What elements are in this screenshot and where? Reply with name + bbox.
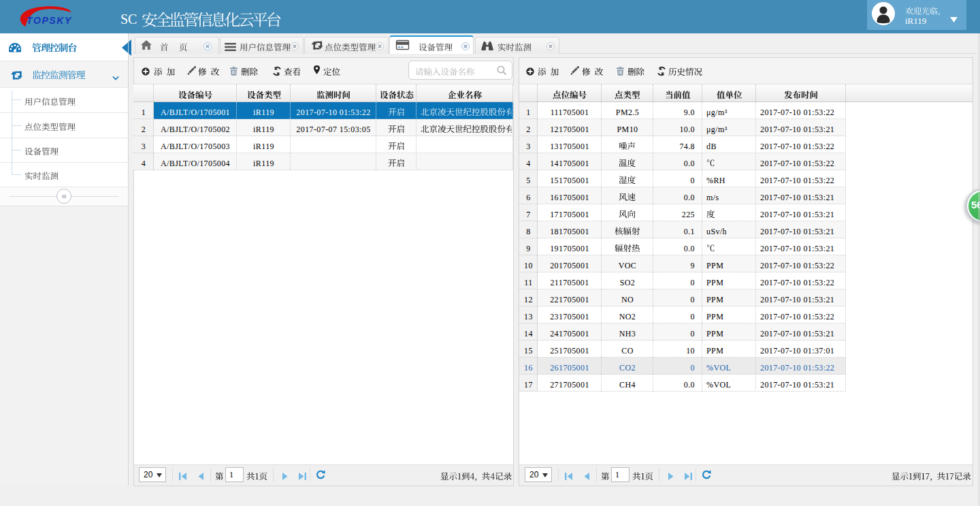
svg-text:TOPSKY: TOPSKY (27, 15, 72, 26)
